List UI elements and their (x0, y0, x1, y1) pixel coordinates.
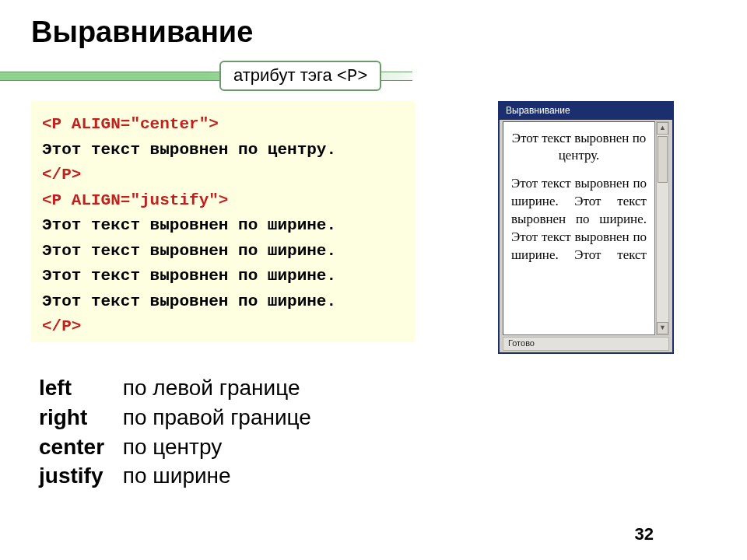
code-line: </P> (42, 317, 81, 335)
code-line: <P ALIGN="justify"> (42, 191, 228, 209)
definition-term: left (39, 373, 117, 403)
browser-preview: Выравнивание Этот текст выровнен по цент… (498, 101, 674, 354)
code-line: Этот текст выровнен по ширине. (42, 242, 336, 260)
scroll-thumb[interactable] (658, 136, 668, 183)
definition-term: justify (39, 461, 117, 491)
attribute-label-prefix: атрибут тэга (233, 65, 332, 86)
definition-term: center (39, 432, 117, 462)
definition-term: right (39, 403, 117, 432)
preview-center-paragraph: Этот текст выровнен по центру. (511, 130, 647, 164)
page-number: 32 (635, 524, 654, 544)
code-line: Этот текст выровнен по ширине. (42, 292, 336, 310)
code-line: Этот текст выровнен по ширине. (42, 216, 336, 234)
browser-scrollbar[interactable]: ▲ ▼ (656, 121, 669, 335)
code-line: Этот текст выровнен по центру. (42, 141, 336, 159)
attribute-label-box: атрибут тэга <P> (219, 61, 381, 91)
preview-justify-paragraph: Этот текст выровнен по ширине. Этот текс… (511, 175, 647, 264)
definition-row: left по левой границе (39, 373, 311, 403)
code-line: Этот текст выровнен по ширине. (42, 267, 336, 285)
browser-titlebar: Выравнивание (500, 103, 672, 120)
attribute-label-tag: <P> (337, 67, 368, 86)
definition-row: right по правой границе (39, 403, 311, 432)
definition-desc: по центру (123, 435, 222, 459)
browser-statusbar: Готово (503, 337, 669, 351)
definition-desc: по ширине (123, 464, 231, 488)
definition-desc: по левой границе (123, 376, 300, 400)
definition-row: center по центру (39, 432, 311, 462)
code-line: <P ALIGN="center"> (42, 115, 219, 133)
code-line: </P> (42, 166, 81, 184)
browser-viewport: Этот текст выровнен по центру. Этот текс… (503, 121, 655, 335)
definition-desc: по правой границе (123, 405, 311, 429)
scroll-up-button[interactable]: ▲ (657, 122, 668, 135)
definitions-list: left по левой границе right по правой гр… (39, 373, 311, 491)
slide-heading: Выравнивание (31, 16, 253, 49)
scroll-down-button[interactable]: ▼ (657, 322, 668, 334)
code-example: <P ALIGN="center"> Этот текст выровнен п… (31, 101, 415, 342)
definition-row: justify по ширине (39, 461, 311, 491)
